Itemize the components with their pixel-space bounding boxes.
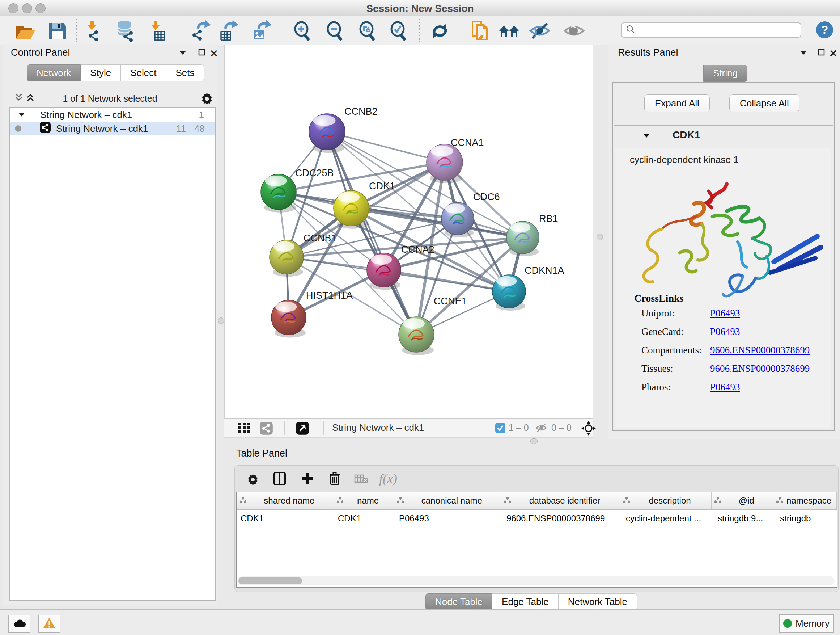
left-splitter-handle[interactable] [218, 318, 224, 324]
node-table[interactable]: shared namenamecanonical namedatabase id… [236, 492, 837, 588]
open-file-icon[interactable] [14, 20, 37, 42]
tab-sets[interactable]: Sets [166, 65, 204, 81]
network-node-cdc6[interactable] [441, 203, 474, 238]
tab-select[interactable]: Select [121, 65, 166, 81]
column-header-namespace[interactable]: namespace [774, 492, 837, 509]
add-row-icon[interactable] [297, 469, 317, 488]
tab-node-table[interactable]: Node Table [425, 593, 493, 610]
hide-unhide-icon[interactable] [528, 20, 551, 42]
table-cell[interactable]: CDK1 [338, 513, 361, 524]
table-horizontal-scrollbar[interactable] [238, 576, 835, 585]
main-toolbar: ? [0, 16, 840, 45]
network-node-ccnb2[interactable] [309, 114, 345, 153]
table-cell[interactable]: P06493 [399, 513, 429, 524]
protein-structure-image [618, 169, 828, 310]
table-cell[interactable]: CDK1 [240, 513, 264, 524]
zoom-in-icon[interactable] [291, 20, 314, 42]
results-panel-float-icon[interactable] [817, 48, 826, 58]
network-node-cdc25b[interactable] [261, 174, 296, 212]
control-panel-close-icon[interactable]: ✕ [210, 48, 218, 59]
crosslink-link[interactable]: P06493 [710, 382, 740, 393]
network-collection-row[interactable]: String Network – cdk1 1 [10, 108, 215, 122]
network-view-canvas[interactable]: CCNB2CCNA1CDC25BCDK1CDC6RB1CCNB1CCNA2CDK… [224, 44, 593, 418]
warnings-button[interactable] [38, 615, 60, 633]
help-button[interactable]: ? [816, 21, 833, 38]
tab-string[interactable]: String [703, 65, 747, 82]
column-header--id[interactable]: @id [712, 492, 774, 509]
network-node-ccne1[interactable] [399, 317, 434, 355]
network-share-icon[interactable] [259, 421, 273, 437]
collection-expand-icon[interactable] [18, 109, 26, 120]
selected-checkbox-icon[interactable] [495, 423, 506, 435]
control-panel-float-icon[interactable] [197, 48, 206, 58]
crosshair-icon[interactable] [581, 421, 596, 437]
column-header-description[interactable]: description [621, 492, 712, 509]
show-graphics-icon[interactable] [562, 20, 586, 42]
control-panel-menu-icon[interactable] [178, 49, 187, 58]
collapse-all-button[interactable]: Collapse All [729, 95, 799, 112]
cdk1-collapse-icon[interactable] [642, 131, 651, 141]
save-session-icon[interactable] [46, 20, 69, 42]
detach-view-icon[interactable] [295, 421, 309, 437]
table-cell[interactable]: 9606.ENSP00000378699 [507, 513, 605, 524]
zoom-fit-icon[interactable] [356, 20, 379, 42]
network-node-ccna2[interactable] [367, 253, 401, 290]
hidden-eye-slash-icon[interactable] [535, 423, 548, 435]
string-results-box: Expand All Collapse All CDK1 cyclin-depe… [612, 82, 835, 431]
search-icon [625, 24, 636, 36]
column-header-canonical-name[interactable]: canonical name [394, 492, 501, 509]
network-node-cdkn1a[interactable] [493, 275, 526, 310]
memory-button[interactable]: Memory [779, 614, 834, 633]
results-panel-close-icon[interactable]: ✕ [829, 48, 837, 59]
zoom-selected-icon[interactable] [387, 20, 410, 42]
crosslink-link[interactable]: 9606.ENSP00000378699 [710, 363, 810, 374]
table-cell[interactable]: cyclin-dependent ... [626, 513, 701, 524]
table-gear-icon[interactable] [243, 469, 263, 488]
column-header-database-identifier[interactable]: database identifier [501, 492, 621, 509]
import-table-icon[interactable] [146, 20, 169, 42]
right-splitter-handle[interactable] [597, 234, 603, 241]
tab-network-table[interactable]: Network Table [559, 593, 637, 610]
crosslink-link[interactable]: 9606.ENSP00000378699 [710, 345, 810, 356]
zoom-out-icon[interactable] [324, 20, 347, 42]
search-field[interactable] [621, 22, 801, 38]
network-node-ccnb1[interactable] [270, 240, 303, 277]
export-table-icon[interactable] [217, 20, 240, 42]
crosslink-row: Compartments:9606.ENSP00000378699 [641, 345, 829, 356]
node-label: RB1 [539, 213, 558, 224]
column-header-shared-name[interactable]: shared name [237, 492, 334, 509]
column-header-name[interactable]: name [334, 492, 395, 509]
grid-view-icon[interactable] [238, 422, 251, 435]
network-row-selected[interactable]: String Network – cdk1 11 48 [10, 122, 215, 135]
network-options-gear-icon[interactable] [200, 90, 214, 106]
crosslink-link[interactable]: P06493 [710, 308, 740, 319]
table-cell[interactable]: stringdb:9... [718, 513, 763, 524]
network-node-hist1h1a[interactable] [271, 300, 306, 337]
add-column-icon[interactable] [270, 469, 290, 488]
toolbar-separator [76, 19, 77, 42]
search-input[interactable] [638, 25, 801, 35]
network-node-ccna1[interactable] [426, 144, 463, 183]
results-panel-menu-icon[interactable] [799, 49, 808, 58]
publication-copy-icon[interactable] [468, 20, 491, 42]
home-layout-icon[interactable] [498, 20, 521, 42]
expand-all-button[interactable]: Expand All [644, 95, 710, 112]
tab-edge-table[interactable]: Edge Table [493, 593, 559, 610]
delete-table-icon[interactable] [325, 469, 345, 488]
collection-count: 1 [199, 109, 204, 120]
tab-network[interactable]: Network [27, 65, 81, 81]
refresh-icon[interactable] [428, 20, 452, 42]
table-cell[interactable]: stringdb [780, 513, 811, 524]
network-node-rb1[interactable] [507, 221, 539, 256]
tab-style[interactable]: Style [81, 65, 121, 81]
export-image-icon[interactable] [250, 20, 273, 42]
cloud-status-button[interactable] [8, 615, 30, 633]
crosslink-row: Pharos:P06493 [641, 382, 829, 393]
network-node-cdk1[interactable] [333, 190, 369, 229]
scrollbar-thumb[interactable] [238, 577, 302, 584]
warning-icon [42, 617, 56, 631]
export-network-icon[interactable] [189, 20, 213, 42]
import-database-icon[interactable] [114, 20, 137, 42]
import-network-icon[interactable] [82, 20, 106, 42]
crosslink-link[interactable]: P06493 [710, 326, 740, 337]
